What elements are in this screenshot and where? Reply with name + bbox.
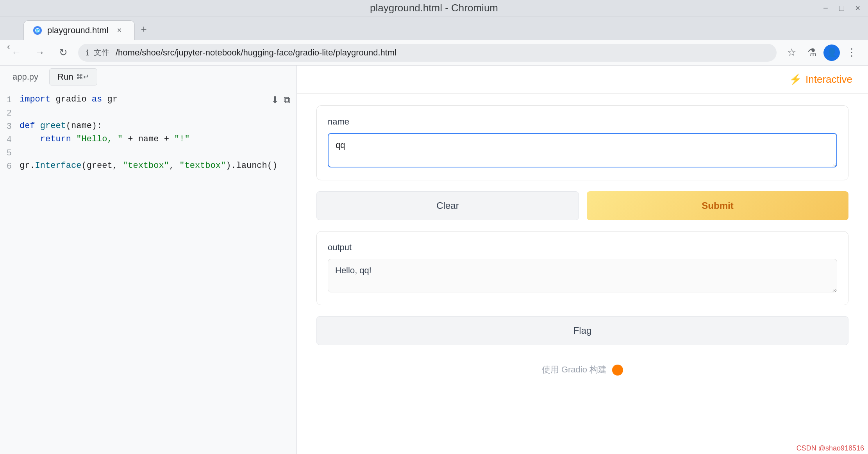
- tab-scroll-left[interactable]: ‹: [4, 39, 13, 55]
- copy-button[interactable]: ⧉: [284, 94, 290, 105]
- tab-favicon: 🌐: [33, 26, 42, 35]
- line-num-1: 1: [0, 94, 20, 105]
- line-code-2: [20, 108, 296, 118]
- code-toolbar: app.py Run ⌘↵: [0, 66, 296, 88]
- footer-text: 使用 Gradio 构建: [542, 365, 607, 374]
- watermark: CSDN @shao918516: [797, 444, 864, 452]
- interactive-badge: ⚡ Interactive: [789, 73, 852, 85]
- input-block: name qq ⌟: [316, 105, 848, 180]
- code-panel: app.py Run ⌘↵ ⬇ ⧉ 1 import gradio as gr …: [0, 66, 297, 454]
- window-controls: − □ ×: [823, 3, 860, 13]
- clear-button[interactable]: Clear: [316, 191, 579, 220]
- flag-button[interactable]: Flag: [316, 316, 848, 345]
- line-num-5: 5: [0, 148, 20, 158]
- line-num-6: 6: [0, 161, 20, 171]
- code-line-2: 2: [0, 108, 296, 121]
- line-num-3: 3: [0, 121, 20, 132]
- code-line-3: 3 def greet(name):: [0, 121, 296, 134]
- reload-button[interactable]: ↻: [55, 44, 72, 61]
- code-line-6: 6 gr.Interface(greet, "textbox", "textbo…: [0, 161, 296, 174]
- run-label: Run: [57, 72, 73, 82]
- gradio-footer: 使用 Gradio 构建: [316, 356, 848, 383]
- tab-label: playground.html: [47, 25, 109, 36]
- code-line-1: 1 import gradio as gr: [0, 94, 296, 108]
- minimize-button[interactable]: −: [823, 3, 828, 13]
- lightning-icon: ⚡: [789, 73, 802, 85]
- gradio-content: name qq ⌟ Clear Submit output Hello, qq!…: [297, 94, 868, 454]
- toolbar-icons: ☆ ⚗ 👤 ⋮: [783, 44, 860, 61]
- bookmark-button[interactable]: ☆: [783, 44, 800, 61]
- line-num-4: 4: [0, 134, 20, 145]
- tab-bar: ‹ 🌐 playground.html × +: [0, 16, 868, 40]
- tab-close-button[interactable]: ×: [114, 25, 125, 36]
- profile-button[interactable]: 👤: [823, 45, 840, 61]
- interactive-header: ⚡ Interactive: [297, 66, 868, 94]
- code-area: ⬇ ⧉ 1 import gradio as gr 2 3 def greet(…: [0, 88, 296, 454]
- download-button[interactable]: ⬇: [271, 94, 279, 105]
- browser-title: playground.html - Chromium: [370, 2, 498, 14]
- line-num-2: 2: [0, 108, 20, 118]
- page-content: app.py Run ⌘↵ ⬇ ⧉ 1 import gradio as gr …: [0, 66, 868, 454]
- gradio-panel: ⚡ Interactive name qq ⌟ Clear Submit out…: [297, 66, 868, 454]
- resize-handle-output: ⌟: [832, 285, 835, 292]
- code-line-4: 4 return "Hello, " + name + "!": [0, 134, 296, 148]
- forward-button[interactable]: →: [31, 44, 48, 61]
- address-url: /home/shoe/src/jupyter-notebook/hugging-…: [116, 48, 769, 58]
- resize-handle-input: ⌟: [832, 160, 835, 167]
- code-actions: ⬇ ⧉: [271, 94, 290, 105]
- address-input-wrap[interactable]: ℹ 文件 /home/shoe/src/jupyter-notebook/hug…: [78, 44, 777, 62]
- browser-titlebar: playground.html - Chromium − □ ×: [0, 0, 868, 16]
- line-code-4: return "Hello, " + name + "!": [20, 134, 296, 144]
- code-line-5: 5: [0, 148, 296, 161]
- file-tab[interactable]: app.py: [8, 69, 43, 84]
- run-shortcut: ⌘↵: [76, 73, 89, 81]
- output-block: output Hello, qq! ⌟: [316, 231, 848, 305]
- svg-text:🌐: 🌐: [36, 28, 40, 33]
- active-tab[interactable]: 🌐 playground.html ×: [23, 20, 135, 40]
- tab-left-controls: ‹: [4, 35, 13, 59]
- new-tab-button[interactable]: +: [135, 20, 153, 38]
- line-code-1: import gradio as gr: [20, 94, 296, 104]
- interactive-label: Interactive: [805, 73, 852, 85]
- run-button[interactable]: Run ⌘↵: [49, 68, 97, 85]
- info-icon: ℹ: [86, 48, 89, 57]
- line-code-6: gr.Interface(greet, "textbox", "textbox"…: [20, 161, 296, 171]
- maximize-button[interactable]: □: [839, 3, 844, 13]
- buttons-row: Clear Submit: [316, 191, 848, 220]
- output-textarea[interactable]: Hello, qq!: [328, 259, 837, 292]
- menu-button[interactable]: ⋮: [843, 44, 860, 61]
- output-label: output: [328, 242, 837, 253]
- file-label: 文件: [94, 47, 109, 58]
- submit-button[interactable]: Submit: [587, 191, 848, 220]
- labs-button[interactable]: ⚗: [803, 44, 820, 61]
- gradio-logo-icon: [612, 365, 623, 376]
- line-code-5: [20, 148, 296, 157]
- name-input[interactable]: qq: [328, 133, 837, 167]
- line-code-3: def greet(name):: [20, 121, 296, 131]
- input-label: name: [328, 117, 837, 127]
- close-button[interactable]: ×: [855, 3, 860, 13]
- address-bar: ← → ↻ ℹ 文件 /home/shoe/src/jupyter-notebo…: [0, 40, 868, 66]
